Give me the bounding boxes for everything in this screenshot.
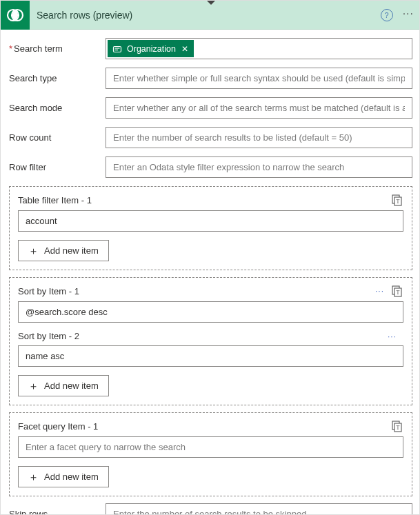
field-search-mode: Search mode — [9, 97, 412, 119]
connector-notch-icon — [206, 0, 216, 5]
field-row-count: Row count — [9, 127, 412, 148]
table-filter-item-1-input[interactable] — [18, 210, 403, 232]
field-search-type: Search type — [9, 68, 412, 89]
help-icon[interactable]: ? — [381, 9, 393, 21]
sort-item-1-more-icon[interactable]: ··· — [375, 287, 384, 294]
add-table-filter-button[interactable]: ＋ Add new item — [18, 240, 109, 261]
dataverse-logo-icon — [1, 1, 30, 30]
search-type-input[interactable] — [106, 68, 412, 89]
row-filter-input[interactable] — [106, 156, 412, 178]
field-row-filter: Row filter — [9, 156, 412, 178]
card-menu-icon[interactable]: ··· — [403, 10, 414, 20]
plus-icon: ＋ — [28, 472, 39, 482]
group-facet-query: Facet query Item - 1 T ＋ Add new item — [9, 412, 412, 496]
search-mode-input[interactable] — [106, 97, 412, 119]
search-term-input[interactable]: Organization ✕ — [106, 38, 412, 59]
svg-text:T: T — [396, 290, 399, 296]
plus-icon: ＋ — [28, 381, 39, 391]
row-count-input[interactable] — [106, 127, 412, 148]
add-facet-query-button[interactable]: ＋ Add new item — [18, 466, 109, 487]
sort-item-2-more-icon[interactable]: ··· — [388, 333, 397, 340]
sort-by-item-1-label: Sort by Item - 1 — [18, 286, 375, 296]
dynamic-content-picker-icon[interactable]: T — [391, 194, 403, 206]
dynamic-content-picker-icon[interactable]: T — [391, 420, 403, 432]
field-label-search-mode: Search mode — [9, 103, 106, 113]
dynamic-content-picker-icon[interactable]: T — [391, 285, 403, 297]
sort-by-item-2-input[interactable] — [18, 345, 403, 367]
field-search-term: *Search term Organization ✕ — [9, 38, 412, 59]
dynamic-content-icon — [112, 43, 123, 54]
group-sort-by: Sort by Item - 1 ··· T Sort by Item - 2 … — [9, 277, 412, 405]
sort-by-item-2-label: Sort by Item - 2 — [18, 331, 388, 341]
add-label: Add new item — [44, 245, 99, 256]
token-organization[interactable]: Organization ✕ — [108, 40, 194, 57]
label-text: Search term — [14, 43, 63, 54]
token-label: Organization — [127, 44, 176, 54]
facet-query-item-1-label: Facet query Item - 1 — [18, 421, 391, 432]
plus-icon: ＋ — [28, 245, 39, 256]
facet-query-item-1-input[interactable] — [18, 436, 403, 458]
field-label-skip-rows: Skip rows — [9, 509, 106, 515]
field-label-search-type: Search type — [9, 73, 106, 83]
card-title: Search rows (preview) — [30, 10, 381, 21]
field-label-search-term: *Search term — [9, 43, 106, 54]
add-sort-by-button[interactable]: ＋ Add new item — [18, 375, 109, 396]
svg-text:T: T — [396, 199, 399, 205]
sort-by-item-1-input[interactable] — [18, 301, 403, 323]
group-table-filter: Table filter Item - 1 T ＋ Add new item — [9, 186, 412, 270]
field-skip-rows: Skip rows — [9, 503, 412, 515]
add-label: Add new item — [44, 381, 99, 391]
add-label: Add new item — [44, 472, 99, 482]
field-label-row-count: Row count — [9, 132, 106, 143]
table-filter-item-1-label: Table filter Item - 1 — [18, 195, 391, 205]
required-asterisk-icon: * — [9, 43, 12, 54]
svg-text:T: T — [396, 425, 399, 431]
card-header: Search rows (preview) ? ··· — [1, 1, 420, 30]
skip-rows-input[interactable] — [106, 503, 412, 515]
token-remove-icon[interactable]: ✕ — [181, 44, 188, 54]
field-label-row-filter: Row filter — [9, 162, 106, 172]
svg-rect-2 — [114, 46, 121, 52]
